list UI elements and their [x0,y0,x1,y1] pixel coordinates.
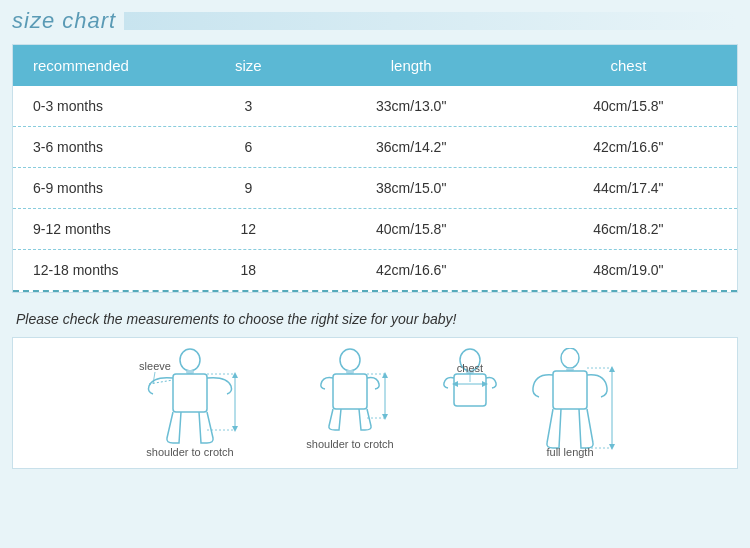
svg-line-4 [153,372,155,384]
label-chest: chest [457,362,483,374]
svg-rect-12 [333,374,367,409]
header-length: length [303,55,520,76]
header-recommended: recommended [13,55,194,76]
table-row: 3-6 months 6 36cm/14.2" 42cm/16.6" [13,127,737,168]
cell-size: 3 [194,98,303,114]
header-chest: chest [520,55,737,76]
cell-chest: 42cm/16.6" [520,139,737,155]
clothing-diagram: sleeve shoulder to crotch [135,348,615,458]
svg-rect-2 [173,374,207,412]
cell-chest: 40cm/15.8" [520,98,737,114]
cell-recommended: 3-6 months [13,139,194,155]
svg-marker-29 [609,366,615,372]
cell-chest: 46cm/18.2" [520,221,737,237]
sleeve-label: sleeve [139,360,171,372]
title-wave-decoration [124,12,738,30]
svg-marker-14 [382,372,388,378]
svg-marker-15 [382,414,388,420]
svg-point-25 [561,348,579,368]
cell-recommended: 6-9 months [13,180,194,196]
svg-point-0 [180,349,200,371]
cell-length: 33cm/13.0" [303,98,520,114]
table-row: 12-18 months 18 42cm/16.6" 48cm/19.0" [13,250,737,292]
figure-2: shoulder to crotch [306,349,393,450]
table-row: 0-3 months 3 33cm/13.0" 40cm/15.8" [13,86,737,127]
page-wrapper: size chart recommended size length chest… [0,0,750,481]
label-shoulder-crotch-1: shoulder to crotch [146,446,233,458]
svg-marker-30 [609,444,615,450]
cell-size: 9 [194,180,303,196]
cell-length: 42cm/16.6" [303,262,520,278]
label-shoulder-crotch-2: shoulder to crotch [306,438,393,450]
cell-length: 40cm/15.8" [303,221,520,237]
cell-size: 18 [194,262,303,278]
diagram-area: sleeve shoulder to crotch [12,337,738,469]
table-row: 9-12 months 12 40cm/15.8" 46cm/18.2" [13,209,737,250]
cell-recommended: 0-3 months [13,98,194,114]
svg-marker-7 [232,426,238,432]
figure-4: full length [533,348,615,458]
figure-3: chest [444,349,496,406]
cell-recommended: 12-18 months [13,262,194,278]
svg-marker-22 [452,381,458,387]
cell-recommended: 9-12 months [13,221,194,237]
label-full-length: full length [546,446,593,458]
table-header-row: recommended size length chest [13,45,737,86]
cell-chest: 44cm/17.4" [520,180,737,196]
cell-size: 6 [194,139,303,155]
title-area: size chart [12,8,738,34]
cell-length: 38cm/15.0" [303,180,520,196]
svg-rect-27 [553,371,587,409]
note-text: Please check the measurements to choose … [12,303,738,337]
header-size: size [194,55,303,76]
table-body: 0-3 months 3 33cm/13.0" 40cm/15.8" 3-6 m… [13,86,737,292]
table-row: 6-9 months 9 38cm/15.0" 44cm/17.4" [13,168,737,209]
figure-1: sleeve shoulder to crotch [139,349,238,458]
cell-size: 12 [194,221,303,237]
cell-chest: 48cm/19.0" [520,262,737,278]
svg-point-10 [340,349,360,371]
page-title: size chart [12,8,116,34]
svg-marker-23 [482,381,488,387]
cell-length: 36cm/14.2" [303,139,520,155]
svg-marker-6 [232,372,238,378]
size-chart-table: recommended size length chest 0-3 months… [12,44,738,293]
